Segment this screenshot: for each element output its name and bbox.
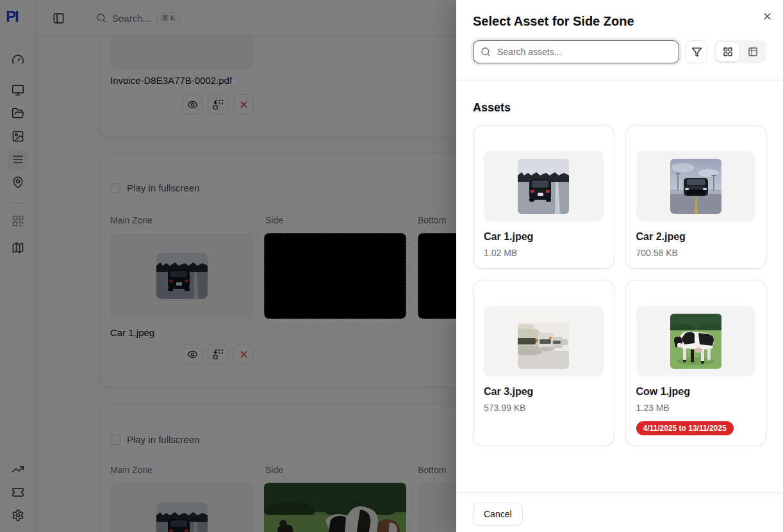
cancel-button[interactable]: Cancel <box>473 503 523 526</box>
close-icon <box>762 11 773 22</box>
cow-1-thumbnail-image <box>670 314 721 369</box>
layout-grid-icon <box>723 47 733 57</box>
modal-header: Select Asset for Side Zone <box>456 0 783 81</box>
table-view-button[interactable] <box>741 42 764 61</box>
car-3-thumbnail-image <box>518 314 569 369</box>
asset-card-car-1[interactable]: Car 1.jpeg 1.02 MB <box>473 125 614 269</box>
table-view-icon <box>748 47 758 57</box>
select-asset-modal: Select Asset for Side Zone Assets <box>456 0 783 532</box>
asset-thumbnail <box>484 151 604 222</box>
asset-size: 700.58 KB <box>636 248 756 258</box>
modal-title: Select Asset for Side Zone <box>473 14 766 29</box>
asset-size: 1.02 MB <box>484 248 604 258</box>
asset-size: 1.23 MB <box>636 403 756 413</box>
assets-section-title: Assets <box>473 101 766 115</box>
availability-badge: 4/11/2025 to 13/11/2025 <box>636 421 734 435</box>
asset-card-cow-1[interactable]: Cow 1.jpeg 1.23 MB 4/11/2025 to 13/11/20… <box>625 280 767 446</box>
close-button[interactable] <box>759 8 775 24</box>
asset-search-input[interactable] <box>496 46 672 58</box>
asset-card-car-3[interactable]: Car 3.jpeg 573.99 KB <box>473 280 614 446</box>
view-mode-toggle <box>714 40 766 63</box>
asset-size: 573.99 KB <box>484 403 604 413</box>
modal-controls <box>473 40 766 63</box>
asset-name: Car 2.jpeg <box>636 231 756 243</box>
asset-thumbnail <box>636 151 756 222</box>
modal-footer: Cancel <box>456 492 783 532</box>
car-2-thumbnail-image <box>670 159 721 214</box>
filter-funnel-icon <box>691 47 702 58</box>
asset-card-car-2[interactable]: Car 2.jpeg 700.58 KB <box>625 125 767 269</box>
asset-name: Car 1.jpeg <box>484 231 604 243</box>
asset-grid: Car 1.jpeg 1.02 MB <box>473 125 766 446</box>
modal-body: Assets Ca <box>456 81 783 492</box>
asset-search-box <box>473 40 679 63</box>
search-icon <box>481 47 491 57</box>
asset-name: Cow 1.jpeg <box>636 386 756 398</box>
filter-button[interactable] <box>686 40 707 63</box>
asset-thumbnail <box>484 306 604 376</box>
grid-view-button[interactable] <box>716 42 739 61</box>
asset-thumbnail <box>636 306 756 376</box>
asset-name: Car 3.jpeg <box>484 386 604 398</box>
car-1-thumbnail-image <box>518 159 569 214</box>
